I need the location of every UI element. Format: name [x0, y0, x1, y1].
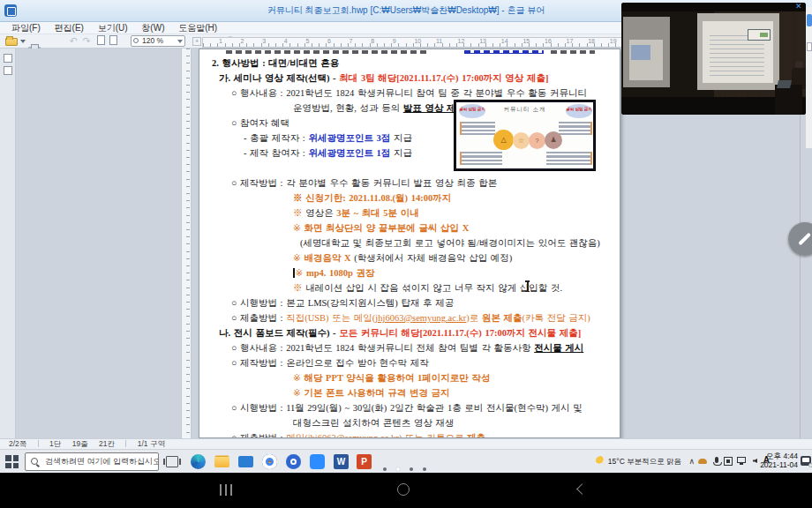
- weather-icon: [596, 456, 605, 466]
- zoom-select[interactable]: 120 %: [131, 35, 185, 47]
- chrome-icon[interactable]: [262, 454, 277, 469]
- doc-line: ※ 신청기한: 2021.11.08.(월) 14:00까지: [205, 190, 620, 205]
- slide-textblock: [460, 152, 502, 165]
- panel-app-icon[interactable]: [807, 14, 812, 26]
- doc-line: 나. 전시 폼보드 제작(필수) - 모든 커뮤니티 해당[2021.11.17…: [205, 325, 620, 340]
- volume-icon[interactable]: [753, 459, 757, 463]
- zoom-value: 120 %: [142, 36, 163, 45]
- redo-icon: ↷: [80, 35, 93, 47]
- doc-line: ※ 배경음악 X (학생처에서 자체 배경음악 삽입 예정): [205, 250, 620, 265]
- android-nav-bar: [0, 473, 812, 508]
- clock[interactable]: 오후 4:44 2021-11-04: [760, 452, 798, 469]
- status-bar: 2/2쪽 1단 19줄 21칸 1/1 구역: [0, 438, 812, 449]
- document-page[interactable]: 2. 행사방법 : 대면/비대면 혼용가. 세미나 영상 제작(선택) - 최대…: [199, 49, 620, 438]
- thumbnail-pane-icon[interactable]: [4, 54, 12, 63]
- search-icon: [31, 458, 38, 465]
- zoom-dropdown-icon[interactable]: [177, 40, 183, 43]
- open-dropdown-icon[interactable]: [20, 40, 26, 43]
- undo-icon: ↶: [67, 35, 79, 47]
- projector-screen-left: [623, 17, 670, 87]
- open-file-icon[interactable]: [5, 38, 18, 46]
- left-sidebar: [0, 49, 16, 438]
- doc-line: ○ 제작방법 : 각 분야별 우수 활동 커뮤니티 발표 영상 최종 합본: [205, 176, 620, 190]
- menu-file[interactable]: 파일(F): [11, 22, 41, 34]
- notification-icon[interactable]: [801, 456, 811, 466]
- page-view-icon[interactable]: [97, 35, 105, 45]
- doc-line: ※ 기본 폰트 사용하며 규격 변경 금지: [205, 385, 620, 400]
- onedrive-icon[interactable]: [698, 459, 707, 464]
- panel-divider: [800, 115, 801, 438]
- doc-line: ○ 행사내용 : 2021학년도 1824 학생커뮤니티 전체 참여 팀별 각 …: [205, 340, 620, 355]
- blue-circle-app-icon[interactable]: [286, 454, 301, 469]
- slide-circle-3: ?: [529, 132, 545, 149]
- doc-line: ※ mp4. 1080p 권장: [205, 265, 620, 280]
- microphone-icon[interactable]: [715, 457, 718, 463]
- doc-line: 가. 세미나 영상 제작(선택) - 최대 3팀 해당[2021.11.17.(…: [205, 71, 620, 86]
- clipped-text-line: [199, 49, 620, 56]
- menu-window[interactable]: 창(W): [141, 22, 164, 34]
- file-explorer-icon[interactable]: [214, 457, 229, 467]
- webcam-video-overlay[interactable]: [621, 3, 806, 115]
- doc-line: ○ 제작방법 : 온라인으로 접수 받아 현수막 제작: [205, 355, 620, 370]
- recents-button[interactable]: [220, 484, 234, 496]
- doc-line: ※ 해당 PPT 양식을 활용하여 1페이지로만 작성: [205, 370, 620, 385]
- doc-line: ※ 내레이션 삽입 시 잡음 섞이지 않고 너무 작지 않게 삽입할 것.: [205, 280, 620, 295]
- mail-icon[interactable]: [238, 456, 253, 467]
- zoom-magnifier-icon: [133, 38, 139, 43]
- projector-screen-center: [697, 13, 779, 90]
- doc-line: ○ 시행방법 : 본교 LMS(강의지원시스템) 탑재 후 제공: [205, 295, 620, 310]
- slide-circle-1: △: [493, 130, 514, 150]
- display-icon[interactable]: [737, 457, 746, 463]
- weather-widget[interactable]: 15°C 부분적으로 맑음: [596, 456, 681, 467]
- slide-circle-4: ♟: [545, 131, 562, 149]
- doc-line: ※ 화면 최상단의 양 끝부분에 글씨 삽입 X: [205, 220, 620, 235]
- start-button[interactable]: [5, 455, 19, 468]
- edge-icon[interactable]: [191, 454, 206, 469]
- desktop: 커뮤니티 최종보고회.hwp [C:₩Users₩박슬찬₩Desktop₩] -…: [0, 0, 812, 508]
- doc-line: ○ 시행방법 : 11월 29일(월) ~ 30일(화) 2일간 학술관 1층 …: [205, 400, 620, 415]
- home-button[interactable]: [397, 483, 410, 496]
- text-caret: [293, 268, 295, 278]
- pencil-icon: [798, 233, 810, 245]
- doc-line: ○ 제출방법 : 직접(USB) 또는 메일(jhj6063@semyung.a…: [205, 310, 620, 325]
- zoom-icon[interactable]: [310, 454, 325, 469]
- panel-button[interactable]: [807, 42, 812, 51]
- doc-line: (세명대학교 및 최종보고회 로고 넣어야 됨/배경이미지는 있어도 괜찮음): [205, 235, 620, 250]
- slide-textblock: [546, 152, 592, 165]
- slide-textblock: [559, 122, 592, 135]
- vertical-ruler: [181, 49, 192, 438]
- powerpoint-icon[interactable]: P: [357, 454, 372, 469]
- no-text-stamp-left: 글씨 삽입 금지: [459, 104, 485, 118]
- doc-line: ※ 영상은 3분 ~ 최대 5분 이내: [205, 205, 620, 220]
- slide-circle-2: ☆: [513, 132, 530, 149]
- search-input[interactable]: 검색하려면 여기에 입력하십시오.: [25, 452, 159, 471]
- doc-line: 2. 행사방법 : 대면/비대면 혼용: [205, 56, 620, 71]
- menu-help[interactable]: 도움말(H): [178, 22, 217, 34]
- ruler-corner-button[interactable]: +: [192, 37, 201, 46]
- mouse-cursor: [524, 280, 530, 292]
- tray-expand-icon[interactable]: ∧: [688, 457, 695, 466]
- doc-line: 대형스크린 설치하여 콘텐츠 영상 재생: [205, 415, 620, 430]
- doc-line: ○ 제출방법 : 메일(jhj6063@semyung.ac.kr) 또는 카톡…: [205, 430, 620, 438]
- no-text-stamp-right: 글씨 삽입 금지: [566, 104, 592, 118]
- tray-date: 2021-11-04: [760, 461, 798, 470]
- task-view-icon[interactable]: [166, 456, 178, 467]
- slide-textblock: [460, 122, 495, 135]
- doc-line: ○ 행사내용 : 2021학년도 1824 학생커뮤니티 참여 팀 중 각 분야…: [205, 86, 620, 101]
- podium: [775, 85, 802, 115]
- side-panel-strip: [806, 7, 812, 148]
- menu-view[interactable]: 보기(U): [98, 22, 128, 34]
- slide-image: 커뮤니티 소개 글씨 삽입 금지 글씨 삽입 금지 △ ☆ ? ♟: [454, 100, 596, 171]
- system-tray: 15°C 부분적으로 맑음 ∧ A 오후 4:44 2021-11-04: [583, 449, 812, 473]
- capture-icon[interactable]: [724, 457, 733, 466]
- bookmark-pane-icon[interactable]: [4, 66, 12, 75]
- word-icon[interactable]: W: [334, 454, 349, 469]
- search-placeholder: 검색하려면 여기에 입력하십시오.: [45, 457, 159, 466]
- menu-edit[interactable]: 편집(E): [55, 22, 84, 34]
- page-outline-icon[interactable]: [109, 35, 117, 45]
- close-icon[interactable]: ✕: [795, 2, 802, 11]
- back-button[interactable]: [576, 483, 588, 495]
